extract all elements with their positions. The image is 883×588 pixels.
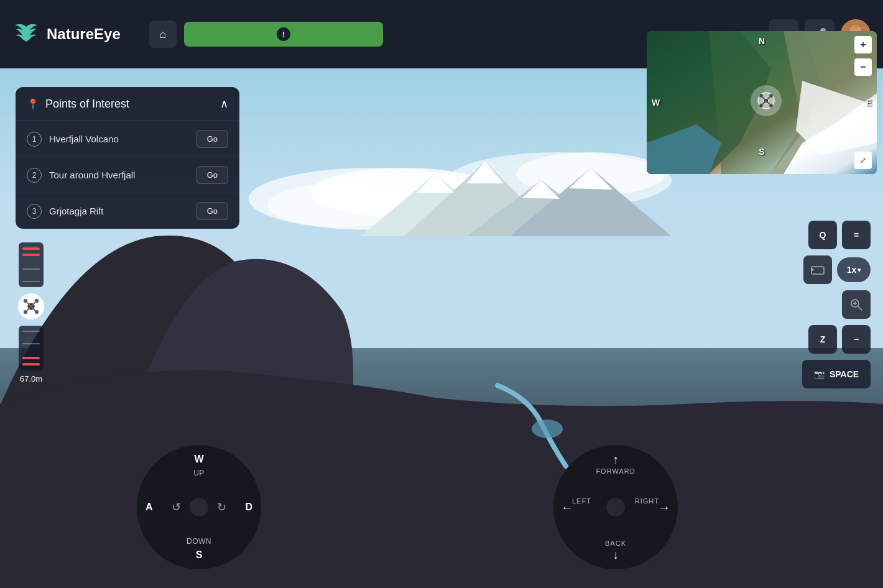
ctrl-row-camera: 📷 SPACE [802,360,871,388]
svg-point-36 [35,299,39,303]
minimap-south: S [759,147,764,157]
ctrl-row-zs: Z − [808,325,871,354]
minus-button[interactable]: − [842,325,871,354]
joystick-forward-label: FORWARD [596,467,635,475]
poi-header: 📍 Points of Interest ∧ [16,87,239,121]
joystick-center [190,498,208,517]
altitude-track [19,242,44,287]
poi-panel: 📍 Points of Interest ∧ 1 Hverfjall Volca… [16,87,239,229]
poi-header-left: 📍 Points of Interest [27,98,129,111]
poi-go-3[interactable]: Go [196,202,228,220]
svg-point-35 [24,299,27,303]
joystick-left-arrow[interactable]: ← [561,500,573,515]
altitude-top-marker [22,247,40,250]
minimap-north: N [759,36,765,46]
logo: NatureEye [12,22,137,47]
svg-point-15 [532,420,563,438]
camera-view-icon [811,265,825,275]
home-icon: ⌂ [160,28,167,41]
zoom-icon [850,298,862,311]
joystick-rotate-left-icon[interactable]: ↺ [172,500,181,514]
poi-go-2[interactable]: Go [196,166,228,184]
poi-item-2: 2 Tour around Hverfjall Go [16,157,239,193]
svg-point-37 [24,310,27,314]
joystick-right-center [606,498,625,517]
zoom-button[interactable] [842,290,871,319]
altitude-bot-marker-2 [22,343,40,344]
poi-title: Points of Interest [45,98,129,111]
camera-button[interactable]: 📷 SPACE [802,360,871,388]
joystick-right-arrow[interactable]: → [658,500,670,515]
q-button[interactable]: Q [808,221,837,249]
svg-point-29 [769,104,773,108]
joystick-forward-arrow[interactable]: ↑ [613,452,619,467]
svg-point-28 [759,104,763,108]
joystick-back-label: BACK [605,540,626,547]
logo-bird-icon [12,22,40,47]
joystick-right-label: RIGHT [635,497,659,505]
z-button[interactable]: Z [808,325,837,354]
joystick-back-arrow[interactable]: ↓ [613,548,619,562]
camera-view-button[interactable] [803,255,832,284]
poi-name-3: Grjotagja Rift [49,206,189,216]
ctrl-row-zoom [842,290,871,319]
poi-number-1: 1 [27,132,42,147]
camera-icon: 📷 [814,369,825,379]
minimap-background: N W E S + − ⤢ [647,31,877,174]
joystick-left-label: LEFT [572,497,591,505]
altitude-bot-marker-1 [22,331,40,332]
poi-icon: 📍 [27,98,39,110]
minimap-west: W [652,98,660,108]
altitude-panel: 67.0m [12,242,50,384]
poi-name-2: Tour around Hverfjall [49,170,189,180]
minimap-expand-button[interactable]: ⤢ [854,152,872,169]
svg-point-16 [24,33,29,38]
ctrl-row-top: Q = [808,221,871,249]
drone-icon [22,298,40,315]
altitude-bot-red-1 [22,357,40,359]
altitude-value: 67.0m [20,374,42,384]
altitude-mid-marker-2 [22,281,40,282]
minimap-east: E [866,98,872,108]
svg-point-38 [35,310,39,314]
equals-button[interactable]: = [842,221,871,249]
progress-bar[interactable]: ! [184,22,383,47]
joystick-right[interactable]: ↑ FORWARD ← LEFT RIGHT → BACK ↓ [553,445,678,569]
logo-text: NatureEye [47,25,121,43]
altitude-drone-button[interactable] [18,293,44,319]
altitude-bot-red-2 [22,363,40,365]
poi-item-1: 1 Hverfjall Volcano Go [16,121,239,157]
svg-rect-39 [811,267,824,274]
joystick-up-label: UP [193,469,205,477]
warning-icon: ! [277,27,290,41]
poi-number-3: 3 [27,204,42,219]
home-button[interactable]: ⌂ [149,21,177,48]
svg-line-41 [858,306,862,310]
svg-point-26 [759,94,763,98]
joystick-s-label[interactable]: S [196,549,203,561]
minimap-zoom-in-button[interactable]: + [854,36,872,53]
poi-collapse-icon[interactable]: ∧ [220,97,228,111]
minimap-zoom-out-button[interactable]: − [854,58,872,76]
joystick-a-label[interactable]: A [146,502,153,513]
svg-point-27 [769,94,773,98]
poi-number-2: 2 [27,168,42,183]
altitude-mid-marker-1 [22,269,40,270]
minimap-drone-marker [751,85,782,116]
poi-go-1[interactable]: Go [196,130,228,148]
joystick-w-label[interactable]: W [194,454,203,465]
joystick-down-label: DOWN [187,537,211,546]
poi-item-3: 3 Grjotagja Rift Go [16,193,239,229]
ctrl-row-mid: 1x ▾ [803,255,871,284]
minimap: N W E S + − ⤢ [647,31,877,174]
joystick-rotate-right-icon[interactable]: ↻ [217,500,226,514]
right-controls: Q = 1x ▾ Z − 📷 SPACE [802,221,871,388]
joystick-left[interactable]: W UP A ↺ ↻ D DOWN S [137,445,261,569]
joystick-d-label[interactable]: D [245,502,252,513]
speed-button[interactable]: 1x ▾ [837,257,871,282]
altitude-top-marker-2 [22,254,40,256]
altitude-track-bottom [19,326,44,370]
poi-name-1: Hverfjall Volcano [49,134,189,144]
